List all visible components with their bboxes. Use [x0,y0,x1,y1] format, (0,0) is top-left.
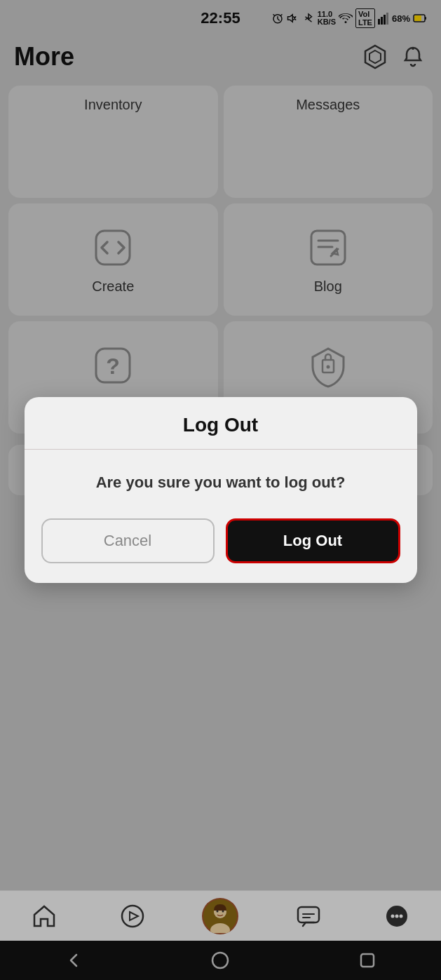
modal-header: Log Out [25,397,417,450]
logout-confirm-button[interactable]: Log Out [226,518,400,563]
modal-actions: Cancel Log Out [25,518,417,563]
modal-body: Are you sure you want to log out? [25,450,417,514]
cancel-button[interactable]: Cancel [41,518,215,563]
modal-message: Are you sure you want to log out? [96,474,346,491]
modal-overlay: Log Out Are you sure you want to log out… [0,0,441,980]
modal-title: Log Out [183,414,258,436]
logout-modal: Log Out Are you sure you want to log out… [25,397,417,584]
